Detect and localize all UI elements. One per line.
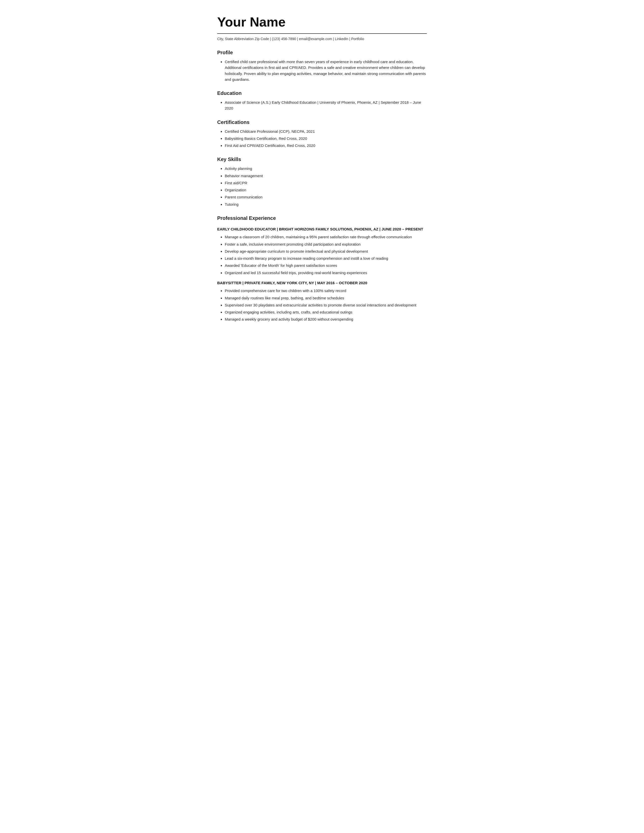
skill-item-6: Tutoring xyxy=(225,201,427,207)
job1-bullet-2: Foster a safe, inclusive environment pro… xyxy=(225,241,427,247)
job-title-2: BABYSITTER | PRIVATE FAMILY, NEW YORK CI… xyxy=(217,280,427,286)
certifications-heading: Certifications xyxy=(217,118,427,126)
job1-bullet-4: Lead a six-month literacy program to inc… xyxy=(225,256,427,261)
skill-item-5: Parent communication xyxy=(225,194,427,200)
education-list: Associate of Science (A.S.) Early Childh… xyxy=(217,100,427,111)
cert-item-3: First Aid and CPR/AED Certification, Red… xyxy=(225,143,427,148)
skill-item-3: First aid/CPR xyxy=(225,180,427,186)
skill-item-2: Behavior management xyxy=(225,173,427,179)
job2-bullet-3: Supervised over 30 playdates and extracu… xyxy=(225,302,427,308)
job2-bullet-2: Managed daily routines like meal prep, b… xyxy=(225,295,427,301)
profile-heading: Profile xyxy=(217,49,427,56)
profile-item-1: Certified child care professional with m… xyxy=(225,59,427,82)
professional-experience-heading: Professional Experience xyxy=(217,214,427,222)
key-skills-heading: Key Skills xyxy=(217,156,427,163)
job1-bullet-1: Manage a classroom of 20 children, maint… xyxy=(225,234,427,240)
job2-bullet-5: Managed a weekly grocery and activity bu… xyxy=(225,316,427,322)
job2-bullet-1: Provided comprehensive care for two chil… xyxy=(225,288,427,294)
job1-bullet-5: Awarded 'Educator of the Month' for high… xyxy=(225,262,427,269)
education-item-1: Associate of Science (A.S.) Early Childh… xyxy=(225,100,427,111)
skill-item-4: Organization xyxy=(225,187,427,193)
job1-bullet-3: Develop age-appropriate curriculum to pr… xyxy=(225,248,427,254)
job1-bullet-6: Organized and led 15 successful field tr… xyxy=(225,270,427,276)
job-2-bullets: Provided comprehensive care for two chil… xyxy=(217,288,427,322)
contact-info: City, State Abbreviation Zip Code | (123… xyxy=(217,36,427,42)
certifications-list: Certified Childcare Professional (CCP), … xyxy=(217,129,427,149)
key-skills-list: Activity planning Behavior management Fi… xyxy=(217,166,427,207)
profile-list: Certified child care professional with m… xyxy=(217,59,427,82)
education-heading: Education xyxy=(217,89,427,97)
cert-item-1: Certified Childcare Professional (CCP), … xyxy=(225,129,427,134)
job-1-bullets: Manage a classroom of 20 children, maint… xyxy=(217,234,427,276)
cert-item-2: Babysitting Basics Certification, Red Cr… xyxy=(225,135,427,142)
job2-bullet-4: Organized engaging activities, including… xyxy=(225,309,427,315)
skill-item-1: Activity planning xyxy=(225,166,427,171)
name-divider xyxy=(217,33,427,34)
job-title-1: EARLY CHILDHOOD EDUCATOR | BRIGHT HORIZO… xyxy=(217,227,427,232)
resume-name: Your Name xyxy=(217,12,427,32)
